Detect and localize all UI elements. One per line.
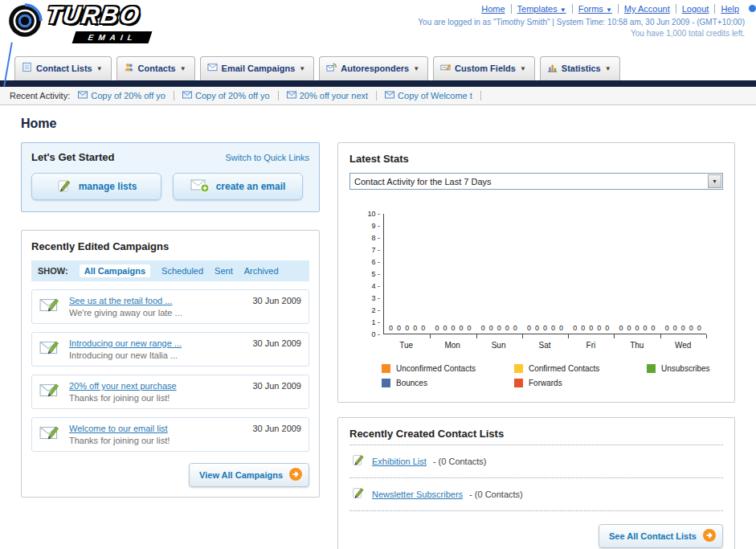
tab-contacts[interactable]: Contacts ▼ — [116, 56, 195, 80]
contact-list-name-link[interactable]: Newsletter Subscribers — [372, 490, 463, 499]
campaign-title-link[interactable]: See us at the retail food ... — [69, 296, 182, 305]
arrow-right-icon — [703, 529, 716, 543]
custom-field-icon — [440, 61, 451, 76]
create-email-button[interactable]: create an email — [173, 173, 303, 200]
get-started-panel: Let's Get Started Switch to Quick Links … — [21, 142, 320, 212]
logo-swirl-icon — [6, 2, 43, 43]
chevron-down-icon: ▼ — [606, 6, 612, 14]
credits-info: You have 1,000 total credits left. — [418, 29, 745, 38]
x-tick-label: Mon — [429, 334, 475, 350]
chart-bar-group: 00000 — [660, 214, 706, 334]
bar-value-label: 0 — [652, 324, 656, 332]
legend-label: Unconfirmed Contacts — [396, 364, 476, 373]
contact-list-item[interactable]: Newsletter Subscribers - (0 Contacts) — [349, 478, 723, 511]
contact-list-detail: - (0 Contacts) — [433, 457, 487, 466]
tab-custom-fields[interactable]: Custom Fields ▼ — [433, 56, 535, 80]
bar-value-label: 0 — [635, 324, 640, 332]
top-link-templates[interactable]: Templates ▼ — [511, 4, 572, 14]
view-all-campaigns-button[interactable]: View All Campaigns — [189, 463, 309, 487]
top-link-logout[interactable]: Logout — [676, 4, 715, 14]
contact-list-item[interactable]: Exhibition List - (0 Contacts) — [349, 445, 723, 478]
chart-legend: Unconfirmed ContactsConfirmed ContactsUn… — [382, 364, 723, 387]
filter-scheduled[interactable]: Scheduled — [161, 266, 203, 276]
x-tick-label: Wed — [660, 334, 706, 350]
autoresponder-icon — [326, 61, 337, 76]
recent-activity-item[interactable]: Copy of 20% off yo — [182, 91, 279, 100]
bar-value-label: 0 — [397, 324, 401, 332]
envelope-icon — [385, 91, 394, 100]
top-link-home[interactable]: Home — [476, 4, 510, 14]
bar-value-label: 0 — [451, 324, 455, 332]
campaign-row[interactable]: 20% off your next purchaseThanks for joi… — [31, 375, 309, 409]
contact-lists-panel-title: Recently Created Contact Lists — [349, 428, 723, 440]
filter-all-campaigns[interactable]: All Campaigns — [80, 264, 150, 277]
bar-value-label: 0 — [559, 324, 563, 332]
tab-statistics[interactable]: Statistics ▼ — [540, 56, 620, 80]
filter-sent[interactable]: Sent — [215, 266, 233, 276]
campaign-title-link[interactable]: Introducing our new range ... — [69, 338, 182, 348]
recently-edited-campaigns-panel: Recently Edited Campaigns SHOW: All Camp… — [21, 230, 320, 498]
legend-item: Bounces — [382, 379, 514, 387]
envelope-icon — [78, 91, 88, 100]
campaign-row[interactable]: Introducing our new range ...Introducing… — [31, 332, 309, 367]
recent-activity-item[interactable]: Copy of Welcome t — [385, 91, 481, 100]
login-info: You are logged in as "Timothy Smith" | S… — [418, 18, 745, 27]
top-link-help[interactable]: Help — [714, 4, 745, 14]
email-edit-icon — [39, 424, 62, 445]
chart-bar-group: 00000 — [568, 214, 614, 334]
pencil-icon — [351, 485, 366, 503]
bar-value-label: 0 — [497, 324, 501, 332]
y-tick-label: 2 - — [371, 307, 380, 314]
recent-activity-item[interactable]: Copy of 20% off yo — [78, 91, 174, 100]
legend-swatch — [382, 364, 390, 373]
chevron-down-icon: ▼ — [413, 65, 419, 72]
campaign-row[interactable]: See us at the retail food ...We're givin… — [31, 289, 309, 324]
y-tick-label: 0 - — [371, 331, 380, 338]
bar-value-label: 0 — [389, 324, 393, 332]
bar-value-label: 0 — [581, 324, 585, 332]
y-tick-label: 6 - — [371, 259, 380, 266]
chevron-down-icon: ▼ — [299, 65, 305, 72]
tab-contact-lists[interactable]: Contact Lists ▼ — [14, 56, 112, 80]
see-all-contact-lists-button[interactable]: See All Contact Lists — [599, 524, 723, 548]
bar-value-label: 0 — [421, 324, 425, 332]
app-logo[interactable]: TURBO EMAIL — [6, 2, 150, 43]
bar-value-label: 0 — [644, 324, 648, 332]
chart-y-axis: 0 -1 -2 -3 -4 -5 -6 -7 -8 -9 -10 - — [362, 214, 383, 334]
envelope-icon — [182, 91, 192, 100]
campaign-title-link[interactable]: Welcome to our email list — [69, 424, 170, 433]
bar-value-label: 0 — [405, 324, 409, 332]
tab-email-campaigns[interactable]: Email Campaigns ▼ — [200, 56, 315, 80]
page-title: Home — [21, 117, 735, 131]
email-edit-icon — [39, 296, 62, 317]
bar-value-label: 0 — [689, 324, 693, 332]
y-tick-label: 1 - — [371, 319, 380, 326]
legend-swatch — [514, 379, 523, 387]
tab-autoresponders[interactable]: Autoresponders ▼ — [319, 56, 428, 80]
filter-archived[interactable]: Archived — [244, 266, 279, 276]
contact-list-name-link[interactable]: Exhibition List — [372, 457, 427, 466]
logo-subtext: EMAIL — [72, 31, 153, 43]
campaign-title-link[interactable]: 20% off your next purchase — [69, 381, 177, 391]
campaigns-panel-title: Recently Edited Campaigns — [31, 240, 309, 252]
envelope-icon — [207, 61, 218, 76]
bar-value-label: 0 — [535, 324, 539, 332]
campaign-date: 30 Jun 2009 — [252, 296, 301, 305]
top-link-forms[interactable]: Forms ▼ — [572, 4, 618, 14]
bar-value-label: 0 — [597, 324, 601, 332]
chevron-down-icon: ▼ — [520, 65, 526, 72]
page: TURBO EMAIL HomeTemplates ▼Forms ▼My Acc… — [0, 0, 756, 549]
legend-swatch — [647, 364, 656, 373]
top-link-my-account[interactable]: My Account — [618, 4, 676, 14]
chart-plot-area: 00000000000000000000000000000000000 — [383, 214, 706, 334]
campaign-date: 30 Jun 2009 — [252, 338, 301, 348]
chart-bar-group: 00000 — [430, 214, 476, 334]
bar-value-label: 0 — [697, 324, 701, 332]
campaign-row[interactable]: Welcome to our email listThanks for join… — [31, 417, 309, 452]
topbar: HomeTemplates ▼Forms ▼My AccountLogoutHe… — [418, 4, 745, 38]
contacts-icon — [124, 61, 134, 76]
recent-activity-item[interactable]: 20% off your next — [287, 91, 377, 100]
manage-lists-button[interactable]: manage lists — [31, 173, 161, 200]
stats-period-select[interactable]: Contact Activity for the Last 7 Days ▼ — [349, 173, 723, 190]
switch-quick-links-link[interactable]: Switch to Quick Links — [225, 153, 309, 162]
